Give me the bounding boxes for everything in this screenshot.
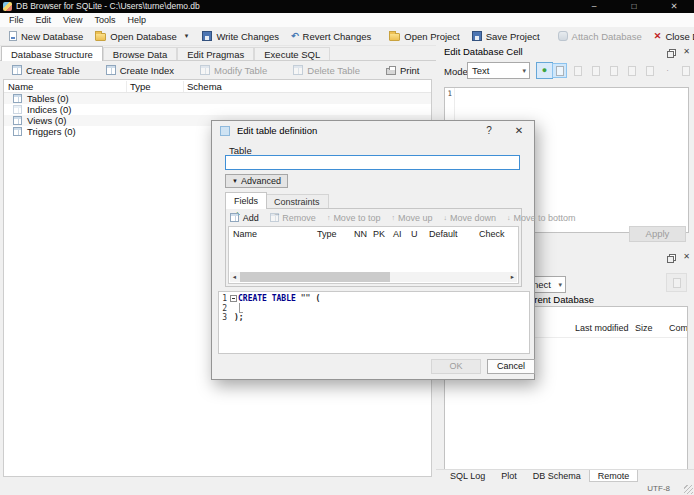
menu-view[interactable]: View bbox=[57, 13, 88, 27]
col-type[interactable]: Type bbox=[317, 229, 337, 239]
horizontal-scrollbar[interactable]: ◂ ▸ bbox=[230, 272, 517, 282]
close-button[interactable]: ✕ bbox=[654, 0, 694, 13]
minimize-button[interactable]: – bbox=[574, 0, 614, 13]
col-default[interactable]: Default bbox=[429, 229, 458, 239]
save-project-button[interactable]: Save Project bbox=[466, 28, 546, 45]
text-mode-icon[interactable] bbox=[552, 63, 567, 78]
fullscreen-icon bbox=[642, 63, 657, 78]
fold-marker-icon[interactable] bbox=[230, 295, 237, 302]
tab-database-structure[interactable]: Database Structure bbox=[1, 46, 103, 61]
tab-fields[interactable]: Fields bbox=[225, 192, 267, 209]
menu-tools[interactable]: Tools bbox=[88, 13, 121, 27]
revert-arrow-icon: ↶ bbox=[291, 32, 299, 41]
column-divider bbox=[183, 81, 184, 92]
menu-help[interactable]: Help bbox=[121, 13, 152, 27]
col-ai[interactable]: AI bbox=[393, 229, 402, 239]
index-icon bbox=[13, 105, 22, 114]
dock-close-icon[interactable]: ✕ bbox=[683, 253, 690, 261]
attach-database-icon bbox=[558, 31, 568, 41]
encoding-indicator[interactable]: UTF-8 bbox=[647, 484, 670, 493]
revert-changes-button[interactable]: ↶ Revert Changes bbox=[285, 28, 377, 45]
tree-item-tables[interactable]: Tables (0) bbox=[4, 93, 431, 104]
table-name-input[interactable] bbox=[225, 155, 520, 170]
fields-toolbar: + Add − Remove ↑ Move to top ↑ Move up ↓… bbox=[230, 211, 576, 224]
move-to-bottom-button: ↓ Move to bottom bbox=[507, 213, 576, 223]
window-title: DB Browser for SQLite - C:\Users\turne\d… bbox=[16, 0, 200, 13]
mode-select[interactable]: Text ▾ bbox=[467, 62, 530, 79]
sql-line: 1 CREATE TABLE "" ( bbox=[219, 294, 529, 304]
delete-table-button: Delete Table bbox=[285, 62, 368, 79]
tab-browse-data[interactable]: Browse Data bbox=[103, 47, 177, 60]
apply-button: Apply bbox=[629, 226, 686, 242]
dialog-titlebar[interactable]: Edit table definition ? ✕ bbox=[212, 121, 534, 140]
menu-file[interactable]: File bbox=[3, 13, 30, 27]
sql-line: 2 bbox=[219, 304, 529, 314]
move-down-button: ↓ Move down bbox=[443, 213, 496, 223]
modify-table-icon bbox=[200, 65, 210, 75]
dialog-close-button[interactable]: ✕ bbox=[506, 121, 532, 140]
fields-table[interactable]: Name Type NN PK AI U Default Check ◂ ▸ bbox=[228, 226, 519, 284]
create-index-button[interactable]: Create Index bbox=[98, 62, 182, 79]
tree-column-type[interactable]: Type bbox=[130, 80, 151, 93]
remote-column-size[interactable]: Size bbox=[635, 323, 653, 333]
tab-db-schema[interactable]: DB Schema bbox=[525, 470, 589, 482]
remote-column-commit[interactable]: Commit bbox=[669, 323, 688, 333]
open-database-dropdown-icon[interactable]: ▾ bbox=[183, 32, 191, 40]
dialog-icon bbox=[220, 126, 230, 136]
scrollbar-thumb[interactable] bbox=[240, 272, 390, 282]
tab-sql-log[interactable]: SQL Log bbox=[442, 470, 493, 482]
title-bar: DB Browser for SQLite - C:\Users\turne\d… bbox=[0, 0, 694, 13]
tab-remote[interactable]: Remote bbox=[589, 470, 639, 482]
write-changes-button[interactable]: Write Changes bbox=[196, 28, 285, 45]
scroll-right-icon[interactable]: ▸ bbox=[508, 272, 517, 282]
remote-settings-button bbox=[666, 273, 687, 292]
resize-grip[interactable] bbox=[684, 485, 693, 494]
cancel-button[interactable]: Cancel bbox=[487, 359, 535, 374]
tab-execute-sql[interactable]: Execute SQL bbox=[254, 47, 330, 60]
main-tab-bar: Database Structure Browse Data Edit Prag… bbox=[0, 46, 436, 61]
sql-line: 3 ); bbox=[219, 313, 529, 323]
print-button[interactable]: Print bbox=[378, 62, 428, 79]
chevron-down-icon: ▾ bbox=[558, 277, 562, 292]
new-database-button[interactable]: New Database bbox=[3, 28, 89, 45]
main-toolbar: New Database Open Database ▾ Write Chang… bbox=[0, 27, 694, 46]
scroll-left-icon[interactable]: ◂ bbox=[230, 272, 239, 282]
modify-table-button: Modify Table bbox=[192, 62, 275, 79]
dock-float-icon[interactable] bbox=[669, 49, 676, 56]
dialog-help-button[interactable]: ? bbox=[478, 121, 500, 140]
menu-edit[interactable]: Edit bbox=[30, 13, 58, 27]
tab-plot[interactable]: Plot bbox=[493, 470, 525, 482]
arrow-top-icon: ↑ bbox=[327, 214, 331, 221]
col-pk[interactable]: PK bbox=[373, 229, 385, 239]
col-u[interactable]: U bbox=[411, 229, 418, 239]
chevron-down-icon: ▾ bbox=[522, 63, 526, 78]
tab-edit-pragmas[interactable]: Edit Pragmas bbox=[177, 47, 254, 60]
open-project-button[interactable]: Open Project bbox=[383, 28, 465, 45]
attach-database-button: Attach Database bbox=[552, 28, 648, 45]
open-database-button[interactable]: Open Database bbox=[89, 28, 183, 45]
advanced-button[interactable]: ▼ Advanced bbox=[225, 174, 288, 188]
word-wrap-toggle[interactable]: ● bbox=[536, 62, 553, 79]
close-database-button[interactable]: ✕ Close Database bbox=[648, 28, 694, 45]
sql-preview: 1 CREATE TABLE "" ( 2 3 ); bbox=[218, 291, 530, 354]
tree-column-name[interactable]: Name bbox=[8, 80, 33, 93]
arrow-down-icon: ↓ bbox=[443, 214, 447, 221]
tree-column-schema[interactable]: Schema bbox=[187, 80, 222, 93]
tree-item-indices[interactable]: Indices (0) bbox=[4, 104, 431, 115]
tab-constraints[interactable]: Constraints bbox=[265, 194, 329, 209]
create-table-button[interactable]: Create Table bbox=[4, 62, 88, 79]
dock-float-icon[interactable] bbox=[669, 254, 676, 261]
col-check[interactable]: Check bbox=[479, 229, 505, 239]
status-bar: UTF-8 bbox=[0, 482, 694, 495]
remote-column-last-modified[interactable]: Last modified bbox=[575, 323, 629, 333]
edit-cell-dock-title: Edit Database Cell bbox=[444, 45, 523, 59]
new-database-icon bbox=[9, 31, 17, 41]
maximize-button[interactable]: □ bbox=[614, 0, 654, 13]
print-cell-icon bbox=[678, 63, 693, 78]
col-nn[interactable]: NN bbox=[354, 229, 367, 239]
add-field-button[interactable]: + Add bbox=[230, 213, 259, 223]
dock-close-icon[interactable]: ✕ bbox=[683, 48, 690, 56]
fields-frame: + Add − Remove ↑ Move to top ↑ Move up ↓… bbox=[225, 208, 522, 287]
view-icon bbox=[13, 116, 22, 125]
col-name[interactable]: Name bbox=[233, 229, 257, 239]
